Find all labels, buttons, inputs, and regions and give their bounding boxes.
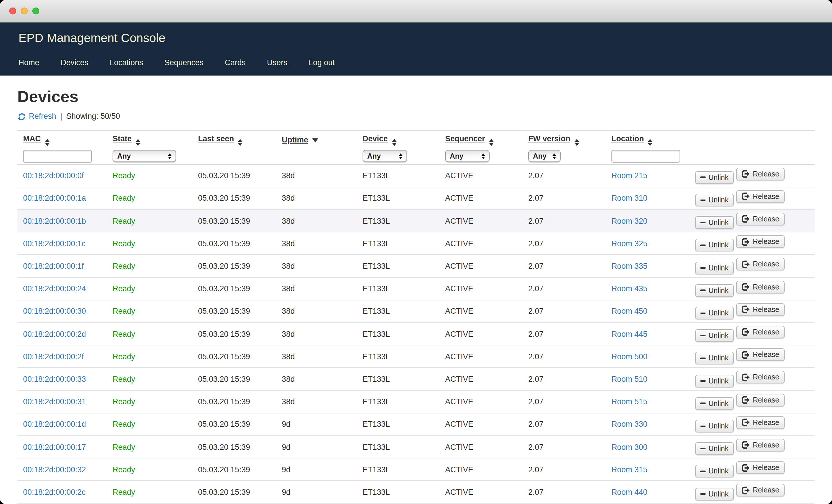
unlink-button[interactable]: Unlink <box>695 307 734 319</box>
unlink-button[interactable]: Unlink <box>695 465 734 478</box>
mac-link[interactable]: 00:18:2d:00:00:2c <box>23 488 85 497</box>
nav-link-sequences[interactable]: Sequences <box>164 58 204 67</box>
release-button[interactable]: Release <box>736 461 785 474</box>
nav-link-log-out[interactable]: Log out <box>309 58 335 67</box>
release-button[interactable]: Release <box>736 303 785 316</box>
mac-link[interactable]: 00:18:2d:00:00:1a <box>23 194 86 203</box>
fw-version-filter-select[interactable]: Any <box>528 150 561 162</box>
column-header-sequencer[interactable]: Sequencer <box>439 131 522 148</box>
release-button[interactable]: Release <box>736 484 785 497</box>
sign-out-icon <box>742 463 750 472</box>
unlink-button[interactable]: Unlink <box>695 442 734 455</box>
unlink-button[interactable]: Unlink <box>695 194 734 206</box>
nav-link-cards[interactable]: Cards <box>225 58 246 67</box>
state-value: Ready <box>112 239 135 248</box>
release-button[interactable]: Release <box>736 190 785 203</box>
uptime-value: 9d <box>282 465 290 474</box>
column-header-state[interactable]: State <box>107 131 192 148</box>
location-link[interactable]: Room 320 <box>612 217 648 225</box>
sort-icon <box>574 139 579 146</box>
location-link[interactable]: Room 445 <box>612 330 648 338</box>
device-model-value: ET133L <box>363 443 390 451</box>
column-header-uptime[interactable]: Uptime <box>276 131 357 148</box>
location-link[interactable]: Room 315 <box>612 465 648 474</box>
mac-filter-input[interactable] <box>23 150 92 162</box>
device-filter-select[interactable]: Any <box>363 150 407 162</box>
mac-link[interactable]: 00:18:2d:00:00:2f <box>23 352 84 361</box>
unlink-button[interactable]: Unlink <box>695 352 734 365</box>
unlink-button[interactable]: Unlink <box>695 487 734 500</box>
nav-link-devices[interactable]: Devices <box>61 58 88 67</box>
column-header-last-seen[interactable]: Last seen <box>192 131 276 148</box>
location-link[interactable]: Room 500 <box>612 352 648 361</box>
unlink-button[interactable]: Unlink <box>695 420 734 432</box>
nav-link-users[interactable]: Users <box>267 58 288 67</box>
device-model-value: ET133L <box>363 352 390 361</box>
location-link[interactable]: Room 310 <box>612 194 648 203</box>
sequencer-value: ACTIVE <box>445 307 473 316</box>
location-filter-input[interactable] <box>612 150 680 162</box>
release-button[interactable]: Release <box>736 235 785 248</box>
mac-link[interactable]: 00:18:2d:00:00:1f <box>23 262 84 271</box>
unlink-button[interactable]: Unlink <box>695 374 734 387</box>
zoom-window-button[interactable] <box>32 7 39 15</box>
table-row: 00:18:2d:00:00:2d Ready 05.03.20 15:39 3… <box>17 323 815 345</box>
refresh-link[interactable]: Refresh <box>17 111 56 122</box>
release-button[interactable]: Release <box>736 439 785 451</box>
minus-icon <box>700 290 706 291</box>
state-value: Ready <box>112 465 135 474</box>
mac-link[interactable]: 00:18:2d:00:00:1b <box>23 217 86 225</box>
minimize-window-button[interactable] <box>21 7 28 15</box>
location-link[interactable]: Room 440 <box>612 488 648 497</box>
unlink-button[interactable]: Unlink <box>695 397 734 410</box>
column-header-device[interactable]: Device <box>357 131 439 148</box>
mac-link[interactable]: 00:18:2d:00:00:24 <box>23 284 86 293</box>
minus-icon <box>700 177 706 178</box>
mac-link[interactable]: 00:18:2d:00:00:32 <box>23 465 86 474</box>
release-button[interactable]: Release <box>736 326 785 338</box>
location-link[interactable]: Room 325 <box>612 239 648 248</box>
unlink-button[interactable]: Unlink <box>695 329 734 342</box>
release-button[interactable]: Release <box>736 416 785 429</box>
mac-link[interactable]: 00:18:2d:00:00:1c <box>23 239 85 248</box>
release-button[interactable]: Release <box>736 394 785 406</box>
last-seen-value: 05.03.20 15:39 <box>198 443 250 451</box>
release-button[interactable]: Release <box>736 281 785 293</box>
unlink-button[interactable]: Unlink <box>695 171 734 184</box>
unlink-button[interactable]: Unlink <box>695 284 734 297</box>
release-button[interactable]: Release <box>736 371 785 384</box>
mac-link[interactable]: 00:18:2d:00:00:33 <box>23 375 86 384</box>
mac-link[interactable]: 00:18:2d:00:00:0f <box>23 171 84 180</box>
location-link[interactable]: Room 300 <box>612 443 648 451</box>
location-link[interactable]: Room 435 <box>612 284 648 293</box>
last-seen-value: 05.03.20 15:39 <box>198 262 250 271</box>
unlink-button[interactable]: Unlink <box>695 261 734 274</box>
release-button[interactable]: Release <box>736 258 785 271</box>
mac-link[interactable]: 00:18:2d:00:00:30 <box>23 307 86 316</box>
sequencer-filter-select[interactable]: Any <box>445 150 490 162</box>
location-link[interactable]: Room 450 <box>612 307 648 316</box>
location-link[interactable]: Room 215 <box>612 171 648 180</box>
unlink-button[interactable]: Unlink <box>695 216 734 229</box>
location-link[interactable]: Room 510 <box>612 375 648 384</box>
location-link[interactable]: Room 515 <box>612 397 648 406</box>
release-button[interactable]: Release <box>736 348 785 361</box>
state-filter-select[interactable]: Any <box>112 150 176 162</box>
column-header-location[interactable]: Location <box>606 131 692 148</box>
mac-link[interactable]: 00:18:2d:00:00:1d <box>23 420 86 429</box>
location-link[interactable]: Room 335 <box>612 262 648 271</box>
release-button[interactable]: Release <box>736 213 785 225</box>
mac-link[interactable]: 00:18:2d:00:00:17 <box>23 443 86 451</box>
release-button[interactable]: Release <box>736 168 785 180</box>
mac-link[interactable]: 00:18:2d:00:00:31 <box>23 397 86 406</box>
location-link[interactable]: Room 330 <box>612 420 648 429</box>
unlink-button[interactable]: Unlink <box>695 239 734 252</box>
nav-link-locations[interactable]: Locations <box>110 58 143 67</box>
column-header-mac[interactable]: MAC <box>17 131 107 148</box>
sign-out-icon <box>742 237 750 246</box>
close-window-button[interactable] <box>9 7 16 15</box>
device-model-value: ET133L <box>363 488 390 497</box>
mac-link[interactable]: 00:18:2d:00:00:2d <box>23 330 86 338</box>
nav-link-home[interactable]: Home <box>19 58 39 67</box>
column-header-fw-version[interactable]: FW version <box>522 131 606 148</box>
